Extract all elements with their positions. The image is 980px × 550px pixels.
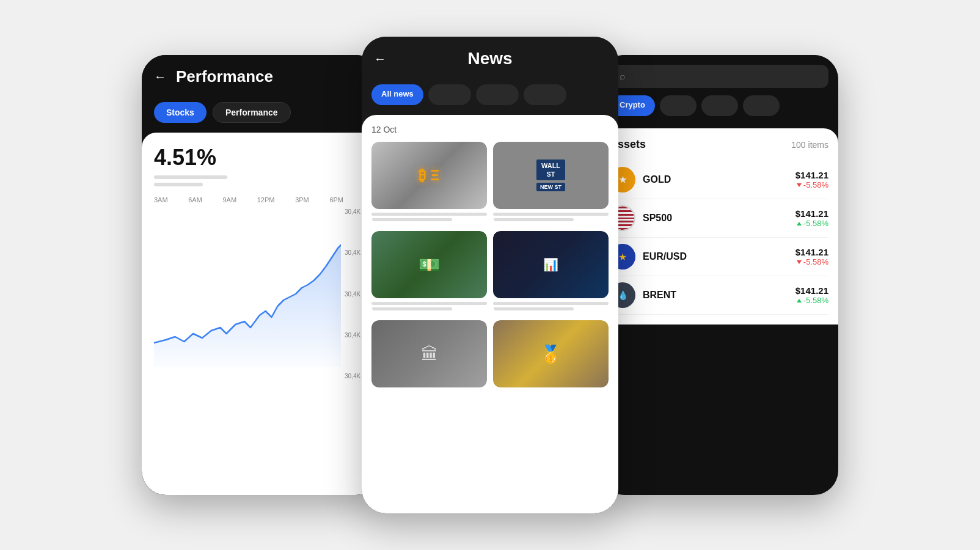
asset-price-area-brent: $141.21 -5.58% <box>795 285 828 305</box>
asset-price-brent: $141.21 <box>795 285 828 296</box>
news-card-trader[interactable]: 📊 <box>493 231 609 313</box>
triangle-up-brent <box>797 299 802 302</box>
text-line <box>493 213 609 216</box>
crypto-tab-2[interactable] <box>660 95 697 116</box>
asset-price-area-sp500: $141.21 -5.58% <box>795 208 828 228</box>
asset-row-sp500[interactable]: SP500 $141.21 -5.58% <box>610 199 828 238</box>
performance-chart: 3AM 6AM 9AM 12PM 3PM 6PM <box>154 196 368 392</box>
news-grid-3: 🏛 🥇 <box>371 320 609 387</box>
triangle-down-gold <box>797 183 802 187</box>
search-icon: ⌕ <box>620 71 626 82</box>
text-line <box>493 302 609 305</box>
x-label-6am: 6AM <box>188 196 202 204</box>
news-text-crypto <box>371 213 487 221</box>
phone-crypto: ⌕ Crypto Assets 100 items <box>600 55 838 495</box>
asset-name-sp500: SP500 <box>643 213 795 224</box>
asset-change-brent: -5.58% <box>795 296 828 305</box>
performance-subtitle <box>154 175 368 186</box>
crypto-tab-3[interactable] <box>701 95 738 116</box>
news-img-trader: 📊 <box>493 231 609 298</box>
svg-text:★: ★ <box>619 175 627 185</box>
crypto-tab-4[interactable] <box>743 95 780 116</box>
chart-svg <box>154 208 341 367</box>
news-text-wallstreet <box>493 213 609 221</box>
news-content: 12 Oct WALLST NEW ST <box>362 115 618 513</box>
news-filter-tabs: All news <box>362 78 618 115</box>
asset-row-brent[interactable]: 💧 BRENT $141.21 -5.58% <box>610 276 828 315</box>
screens-container: ← Performance Stocks Performance 4.51% 3… <box>0 12 980 538</box>
asset-change-eurusd: -5.58% <box>795 257 828 266</box>
news-date: 12 Oct <box>371 125 609 134</box>
asset-change-sp500: -5.58% <box>795 219 828 228</box>
asset-row-gold[interactable]: ★ GOLD $141.21 -5.58% <box>610 161 828 199</box>
asset-name-brent: BRENT <box>643 290 795 301</box>
search-bar[interactable]: ⌕ <box>610 65 828 88</box>
asset-price-sp500: $141.21 <box>795 208 828 219</box>
news-title: News <box>467 49 512 68</box>
filter-tab-4[interactable] <box>524 84 566 105</box>
x-label-3pm: 3PM <box>295 196 309 204</box>
back-arrow-left[interactable]: ← <box>154 70 166 84</box>
news-grid-1: WALLST NEW ST <box>371 142 609 224</box>
asset-price-eurusd: $141.21 <box>795 247 828 257</box>
news-card-money[interactable]: 💵 <box>371 231 487 313</box>
asset-price-gold: $141.21 <box>795 170 828 180</box>
news-img-wallstreet: WALLST NEW ST <box>493 142 609 209</box>
tab-stocks[interactable]: Stocks <box>154 102 207 123</box>
svg-text:💧: 💧 <box>618 290 629 301</box>
phone-performance: ← Performance Stocks Performance 4.51% 3… <box>142 55 380 495</box>
news-card-gold[interactable]: 🥇 <box>493 320 609 387</box>
phone-news: ← News All news 12 Oct <box>362 37 618 513</box>
news-img-building: 🏛 <box>371 320 487 387</box>
performance-content: 4.51% 3AM 6AM 9AM 12PM 3PM 6PM <box>142 133 380 495</box>
filter-tab-all-news[interactable]: All news <box>371 84 423 105</box>
subtitle-line-1 <box>154 175 227 179</box>
asset-price-area-gold: $141.21 -5.58% <box>795 170 828 189</box>
news-card-building[interactable]: 🏛 <box>371 320 487 387</box>
crypto-content: Assets 100 items ★ GOLD $141.21 -5.58% <box>600 128 838 324</box>
text-line <box>493 218 574 221</box>
chart-wrapper: 30,4K 30,4K 30,4K 30,4K 30,4K <box>154 208 368 380</box>
triangle-down-eurusd <box>797 260 802 264</box>
performance-value: 4.51% <box>154 145 368 170</box>
asset-price-area-eurusd: $141.21 -5.58% <box>795 247 828 266</box>
asset-row-eurusd[interactable]: ★ EUR/USD $141.21 -5.58% <box>610 238 828 276</box>
asset-name-eurusd: EUR/USD <box>643 251 795 262</box>
subtitle-line-2 <box>154 183 203 186</box>
performance-header: ← Performance <box>142 55 380 96</box>
news-card-crypto[interactable] <box>371 142 487 224</box>
asset-name-gold: GOLD <box>643 174 795 185</box>
news-card-wallstreet[interactable]: WALLST NEW ST <box>493 142 609 224</box>
assets-count: 100 items <box>791 140 828 150</box>
news-text-trader <box>493 302 609 310</box>
x-label-3am: 3AM <box>154 196 168 204</box>
performance-title: Performance <box>176 67 273 86</box>
x-label-12pm: 12PM <box>257 196 275 204</box>
crypto-filter-tabs: Crypto <box>610 88 828 119</box>
filter-tab-2[interactable] <box>428 84 471 105</box>
news-text-money <box>371 302 487 310</box>
filter-tab-3[interactable] <box>476 84 519 105</box>
text-line <box>371 302 487 305</box>
chart-svg-area <box>154 208 341 380</box>
news-grid-2: 💵 📊 <box>371 231 609 313</box>
text-line <box>371 213 487 216</box>
x-label-6pm: 6PM <box>329 196 343 204</box>
text-line <box>371 218 452 221</box>
text-line <box>371 307 452 310</box>
news-img-gold: 🥇 <box>493 320 609 387</box>
news-img-money: 💵 <box>371 231 487 298</box>
performance-tabs: Stocks Performance <box>142 96 380 133</box>
news-header: ← News <box>362 37 618 78</box>
assets-header: Assets 100 items <box>610 138 828 151</box>
triangle-up-sp500 <box>797 222 802 226</box>
asset-change-gold: -5.58% <box>795 180 828 189</box>
chart-x-labels: 3AM 6AM 9AM 12PM 3PM 6PM <box>154 196 368 204</box>
back-arrow-center[interactable]: ← <box>374 52 386 66</box>
x-label-9am: 9AM <box>223 196 237 204</box>
tab-performance[interactable]: Performance <box>213 102 291 123</box>
news-img-crypto <box>371 142 487 209</box>
crypto-header: ⌕ Crypto <box>600 55 838 128</box>
text-line <box>493 307 574 310</box>
